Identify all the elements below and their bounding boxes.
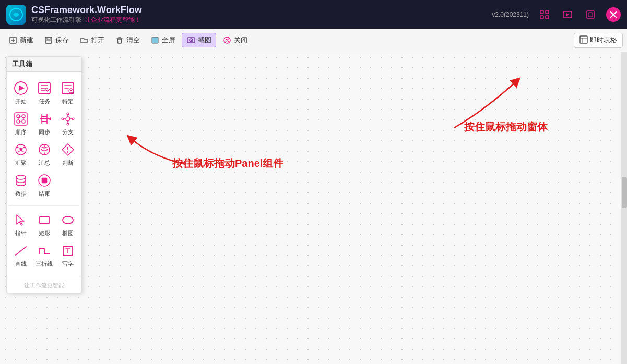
- close-app-button[interactable]: [606, 7, 621, 22]
- svg-point-43: [63, 216, 73, 224]
- grid-view-button[interactable]: [537, 7, 552, 22]
- task-label: 任务: [39, 98, 50, 105]
- tool-sync[interactable]: 同步: [33, 109, 55, 138]
- end-label: 结束: [39, 190, 50, 198]
- screenshot-button[interactable]: 截图: [182, 33, 216, 47]
- close-label: 关闭: [234, 35, 247, 45]
- svg-rect-1: [540, 10, 543, 14]
- title-bar: CSFramework.WorkFlow 可视化工作流引擎 让企业流程更智能！ …: [0, 0, 627, 29]
- toolbox-footer: 让工作流更智能: [7, 278, 81, 293]
- svg-point-15: [191, 40, 192, 41]
- judge-icon: [60, 141, 76, 158]
- aggregate-icon: [36, 141, 53, 158]
- instant-table-label: 即时表格: [590, 35, 617, 45]
- save-button[interactable]: 保存: [40, 33, 73, 47]
- app-tagline2: 让企业流程更智能！: [85, 16, 141, 25]
- svg-marker-19: [19, 86, 25, 91]
- start-icon: [13, 80, 29, 96]
- app-logo: [6, 5, 26, 25]
- svg-rect-7: [588, 13, 593, 17]
- tool-row-2: 顺序: [9, 109, 79, 138]
- fullscreen-icon: [150, 35, 160, 45]
- svg-rect-23: [15, 113, 27, 125]
- tool-end[interactable]: 结束: [33, 171, 55, 199]
- clear-icon: [115, 35, 124, 45]
- svg-point-35: [19, 149, 22, 151]
- tool-pointer[interactable]: 指针: [10, 210, 32, 239]
- pointer-icon: [13, 212, 29, 228]
- svg-point-27: [22, 120, 25, 123]
- clear-button[interactable]: 清空: [111, 33, 144, 47]
- line-icon: [13, 242, 29, 259]
- svg-rect-42: [40, 216, 49, 224]
- tool-start[interactable]: 开始: [10, 78, 32, 107]
- tool-aggregate[interactable]: 汇总: [33, 140, 55, 168]
- tool-data[interactable]: 数据: [10, 171, 32, 199]
- svg-rect-41: [42, 178, 47, 183]
- open-icon: [79, 35, 89, 45]
- toolbar: 新建 保存 打开 清空: [0, 29, 627, 52]
- tool-sequence[interactable]: 顺序: [10, 109, 32, 138]
- draw-row-2: 直线 三折线: [9, 241, 79, 270]
- tool-row-3: 汇聚: [9, 140, 79, 168]
- tool-row-1: 开始 任务: [9, 78, 79, 107]
- instant-table-button[interactable]: 即时表格: [574, 33, 623, 48]
- tool-converge[interactable]: 汇聚: [10, 140, 32, 168]
- close-button[interactable]: 关闭: [218, 33, 252, 47]
- task-icon: [36, 80, 53, 96]
- new-button[interactable]: 新建: [4, 33, 38, 47]
- text-icon: [60, 242, 76, 259]
- save-icon: [44, 35, 53, 45]
- play-button[interactable]: [560, 7, 575, 22]
- instant-table-icon: [579, 35, 588, 45]
- polyline-label: 三折线: [36, 260, 53, 268]
- window-button[interactable]: [583, 7, 598, 22]
- svg-point-38: [16, 175, 26, 179]
- arrows-overlay: [0, 52, 621, 364]
- tool-line[interactable]: 直线: [10, 241, 32, 270]
- tool-row-4: 数据 结束: [9, 171, 79, 199]
- tool-polyline[interactable]: 三折线: [33, 241, 55, 270]
- tool-task[interactable]: 任务: [33, 78, 55, 107]
- judge-label: 判断: [62, 159, 74, 167]
- branch-icon: [60, 111, 76, 127]
- main-area: 工具箱 开始: [0, 52, 627, 364]
- tool-judge[interactable]: 判断: [57, 140, 79, 168]
- svg-point-32: [62, 118, 64, 120]
- line-label: 直线: [15, 260, 27, 268]
- toolbox-panel: 工具箱 开始: [6, 56, 82, 293]
- svg-point-25: [22, 115, 25, 118]
- fullscreen-label: 全屏: [162, 35, 175, 45]
- fullscreen-button[interactable]: 全屏: [146, 33, 180, 47]
- scrollbar-thumb[interactable]: [622, 177, 627, 208]
- tool-ellipse[interactable]: 椭圆: [57, 210, 79, 239]
- app-title-group: CSFramework.WorkFlow 可视化工作流引擎 让企业流程更智能！: [31, 5, 142, 25]
- rect-icon: [36, 212, 53, 228]
- sync-label: 同步: [39, 128, 50, 136]
- close-toolbar-icon: [222, 35, 232, 45]
- special-icon: [60, 80, 76, 96]
- tool-text[interactable]: 写字: [57, 241, 79, 270]
- tool-branch[interactable]: 分支: [57, 109, 79, 138]
- version-label: v2.0(202311): [492, 11, 529, 18]
- svg-point-24: [17, 115, 20, 118]
- svg-rect-9: [45, 37, 52, 43]
- right-scrollbar[interactable]: [621, 52, 627, 364]
- svg-rect-2: [546, 10, 549, 14]
- canvas-area[interactable]: 工具箱 开始: [0, 52, 621, 364]
- svg-rect-3: [540, 16, 543, 19]
- open-button[interactable]: 打开: [75, 33, 109, 47]
- tool-rect[interactable]: 矩形: [33, 210, 55, 239]
- svg-rect-17: [580, 36, 587, 43]
- data-label: 数据: [15, 190, 27, 198]
- panel-drag-annotation: 按住鼠标拖动Panel组件: [172, 156, 283, 171]
- flow-tools-section: 开始 任务: [9, 76, 79, 203]
- app-tagline1: 可视化工作流引擎: [31, 16, 81, 25]
- sequence-label: 顺序: [15, 128, 27, 136]
- text-label: 写字: [62, 260, 74, 268]
- polyline-icon: [36, 242, 53, 259]
- tool-special[interactable]: 特定: [57, 78, 79, 107]
- new-label: 新建: [20, 35, 33, 45]
- save-label: 保存: [55, 35, 69, 45]
- draw-row-1: 指针 矩形: [9, 210, 79, 239]
